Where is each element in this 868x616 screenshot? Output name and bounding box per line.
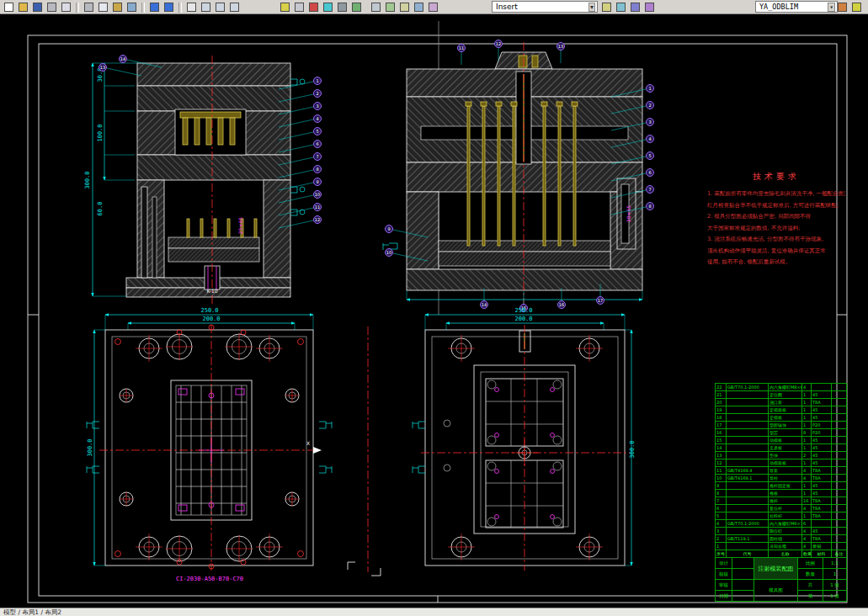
balloon: 12 <box>314 216 322 224</box>
balloon-number: 10 <box>315 192 320 197</box>
chevron-down-icon: ▾ <box>588 3 595 12</box>
named-views-button[interactable] <box>599 1 614 13</box>
dim-label: 60.0 <box>97 202 104 216</box>
layout-tabs[interactable]: 模型 / 布局1 / 布局2 <box>3 608 61 616</box>
shade-button[interactable] <box>628 1 642 13</box>
balloon: 6 <box>314 141 322 148</box>
balloon-number: 6 <box>316 141 318 146</box>
list-button[interactable] <box>397 1 412 13</box>
save-icon <box>33 3 42 12</box>
bom-row: 17型腔镶块1P20 <box>716 422 847 429</box>
balloon-number: 9 <box>387 226 390 231</box>
color-control-button[interactable] <box>306 1 321 13</box>
help-button[interactable] <box>849 1 864 13</box>
tech-requirement-line: 2. 模具分型面必须贴合严密, 局部间隙不得 <box>707 211 845 223</box>
zoom-previous-button[interactable] <box>227 1 242 13</box>
layers-button[interactable] <box>278 1 292 13</box>
section-view-side: 30×65 <box>383 42 642 305</box>
balloon-number: 4 <box>648 136 651 141</box>
balloon-number: 14 <box>120 56 125 61</box>
calculator-button[interactable] <box>426 1 440 13</box>
dim-label: 100.0 <box>97 124 104 141</box>
cut-button[interactable] <box>82 1 96 13</box>
tech-requirement-line: 大于国家标准规定的数值, 不允许溢料; <box>707 223 845 235</box>
undo-icon <box>150 3 159 12</box>
balloon-number: 3 <box>316 104 318 109</box>
match-properties-icon <box>127 3 136 12</box>
bom-row: 1冷却水嘴4黄铜 <box>716 543 847 550</box>
plot-button[interactable] <box>45 1 59 13</box>
parts-list-table: 22GB/T70.1-2000内六角螺钉M8×60421定位圈14520浇口套1… <box>715 383 846 557</box>
insert-block-combo[interactable]: Insert ▾ <box>492 1 598 13</box>
balloon-number: 2 <box>648 103 651 108</box>
balloon-number: 5 <box>316 129 318 134</box>
toolbar-separator <box>76 3 79 13</box>
balloon: 7 <box>647 186 654 194</box>
plot-preview-button[interactable] <box>59 1 73 13</box>
redo-button[interactable] <box>162 1 176 13</box>
distance-button[interactable] <box>369 1 383 13</box>
undo-button[interactable] <box>147 1 162 13</box>
balloon: 12 <box>495 40 503 48</box>
tech-requirement-line: 1. 装配前所有零件均需去除毛刺并清洗干净, 一般配合面涂 <box>707 189 845 200</box>
title-block-label: 比例 <box>798 558 823 569</box>
save-button[interactable] <box>30 1 45 13</box>
bom-row: 10GB/T4169.1导柱4T8A <box>716 475 847 482</box>
bom-row: 9推杆固定板145 <box>716 482 847 490</box>
title-block: 设计 注射模装配图 比例 1:1 校核 数量 1 审核 模具图 共 1 张 日期 <box>715 557 846 599</box>
balloon: 9 <box>386 226 393 233</box>
area-button[interactable] <box>383 1 397 13</box>
toolbar-separator <box>178 3 182 13</box>
layer-properties-button[interactable] <box>292 1 306 13</box>
distance-icon <box>371 3 381 12</box>
layers-icon <box>280 3 290 12</box>
zoom-realtime-button[interactable] <box>199 1 213 13</box>
pan-button[interactable] <box>184 1 199 13</box>
zoom-previous-icon <box>230 3 239 12</box>
id-point-button[interactable] <box>412 1 426 13</box>
dim-label: 300.0 <box>84 171 91 189</box>
open-button[interactable] <box>16 1 30 13</box>
balloon: 16 <box>558 301 566 309</box>
toolbar-separator <box>141 3 145 13</box>
drawing-title: 注射模装配图 <box>754 558 798 580</box>
tech-requirement-line: 使用, 如有不合, 修配后重新试模。 <box>707 257 845 268</box>
lineweight-button[interactable] <box>335 1 349 13</box>
color-control-icon <box>309 3 318 12</box>
plot-icon <box>47 3 56 12</box>
style-combo-value: YA_ODBLIM <box>759 3 798 11</box>
balloon: 9 <box>314 178 322 186</box>
plot-preview-icon <box>61 3 71 12</box>
title-block-value: 1 张 <box>823 591 847 602</box>
core-insert <box>180 112 241 118</box>
linetype-button[interactable] <box>321 1 335 13</box>
bom-row: 12动模座板145 <box>716 459 847 467</box>
area-icon <box>386 3 395 12</box>
bom-row: 21定位圈145 <box>716 391 847 399</box>
paste-button[interactable] <box>110 1 125 13</box>
match-properties-button[interactable] <box>125 1 139 13</box>
zoom-window-button[interactable] <box>213 1 227 13</box>
copy-button[interactable] <box>96 1 110 13</box>
balloon: 2 <box>314 90 322 98</box>
bom-row: 18定模板145 <box>716 414 847 422</box>
bom-row: 22GB/T70.1-2000内六角螺钉M8×604 <box>716 384 847 391</box>
mold-base-code: CI-2030-A50-B70-C70 <box>176 576 243 582</box>
tech-requirement-line: 红丹检查贴合率不低于规定标准后, 方可进行装配研配; <box>707 200 845 212</box>
shade-icon <box>631 3 640 12</box>
balloon-number: 16 <box>559 302 564 307</box>
balloon-number: 12 <box>315 217 320 222</box>
new-button[interactable] <box>2 1 16 13</box>
properties-button[interactable] <box>349 1 364 13</box>
core-size-label: 25×65 <box>237 217 243 234</box>
balloon: 5 <box>647 152 654 160</box>
bom-row: 19定模座板145 <box>716 406 847 414</box>
balloon-number: 12 <box>496 41 501 46</box>
orbit-3d-button[interactable] <box>614 1 628 13</box>
balloon-number: 5 <box>648 153 651 158</box>
balloon: 3 <box>314 103 322 110</box>
text-style-combo[interactable]: YA_ODBLIM ▾ <box>755 1 838 13</box>
gate-label: K-10 <box>206 288 217 294</box>
copy-icon <box>99 3 108 12</box>
render-button[interactable] <box>642 1 657 13</box>
